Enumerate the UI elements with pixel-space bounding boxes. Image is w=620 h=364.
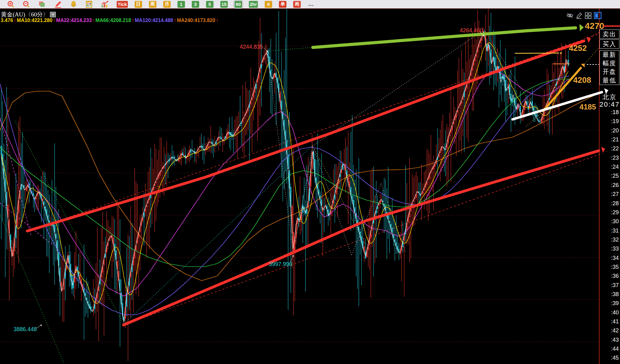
chart-canvas[interactable] xyxy=(0,9,599,364)
panel-toggle-icon[interactable] xyxy=(594,12,602,20)
period-day-button[interactable]: 日 xyxy=(135,1,142,8)
quote-row-2: 开盘 xyxy=(603,68,616,76)
time-axis-label: :40 xyxy=(599,309,619,316)
zoom-out-button[interactable] xyxy=(22,1,31,8)
time-axis-label: :35 xyxy=(599,264,619,270)
time-axis-label: :34 xyxy=(599,255,619,261)
time-axis-label: :33 xyxy=(599,246,619,252)
clock-label: 20:47 xyxy=(600,100,619,109)
stats-chart-button[interactable] xyxy=(100,1,110,8)
time-axis-label: :41 xyxy=(599,318,619,325)
copy-layers-button[interactable] xyxy=(37,1,47,8)
period-1min-button[interactable]: 1 xyxy=(177,1,185,8)
time-axis-label: :42 xyxy=(599,327,619,334)
order-button[interactable]: 单 xyxy=(279,1,286,8)
time-axis-label: :23 xyxy=(599,155,619,161)
bell-icon xyxy=(70,1,77,8)
up-arrow-icon: ↑ xyxy=(14,18,16,23)
timezone-label: 北京 xyxy=(600,93,619,101)
time-axis-label: :43 xyxy=(599,337,619,343)
time-axis-label: :22 xyxy=(599,145,619,152)
time-axis-label: :24 xyxy=(599,164,619,170)
period-3min-button[interactable]: 3 xyxy=(192,1,199,8)
overlap-squares-icon xyxy=(38,1,46,8)
period-2hr-button[interactable]: 2hr xyxy=(249,1,258,8)
time-axis-label: :30 xyxy=(599,218,619,225)
draw-pencil-button[interactable] xyxy=(53,1,63,8)
magnifier-minus-icon xyxy=(23,1,30,8)
paint-button[interactable]: 画 xyxy=(293,1,301,8)
quote-info-box: 最新幅度开盘最低 xyxy=(600,50,619,85)
hide-drawings-icon[interactable] xyxy=(566,12,574,20)
up-arrow-icon: ↑ xyxy=(216,18,218,23)
bar-chart-icon xyxy=(101,1,109,8)
edit-pencil-icon[interactable] xyxy=(576,12,582,20)
quote-table-button[interactable] xyxy=(84,1,94,8)
time-axis-label: :26 xyxy=(599,182,619,189)
ma-value-2: MA66:4208.218 xyxy=(96,18,131,23)
side-panel: 卖出买入最新幅度开盘最低北京20:47:18:19:20:21:22:23:24… xyxy=(599,9,620,364)
time-axis-label: :25 xyxy=(599,173,619,179)
period-tick-button[interactable]: Tick xyxy=(117,1,128,8)
time-axis-label: :21 xyxy=(599,136,619,143)
time-axis-label: :31 xyxy=(599,228,619,234)
buy-button[interactable]: 买入 xyxy=(600,39,619,49)
quote-row-3: 最低 xyxy=(603,76,616,85)
pencil-icon xyxy=(54,1,62,8)
zoom-in-button[interactable] xyxy=(6,1,16,8)
quote-row-0: 最新 xyxy=(603,51,616,59)
time-axis-label: :45 xyxy=(599,355,619,361)
time-axis-label: :27 xyxy=(599,191,619,198)
time-axis-label: :18 xyxy=(599,109,619,116)
grid-layout-icon[interactable] xyxy=(584,12,592,20)
time-axis-label: :38 xyxy=(599,291,619,298)
up-arrow-icon: ↑ xyxy=(174,18,176,23)
chart-tool-icons xyxy=(566,12,602,20)
sell-button[interactable]: 卖出 xyxy=(600,29,619,39)
trading-app: Tick日周月13515602hrX单画… 黄金(AU)〈60分〉 ▼ 3.47… xyxy=(0,0,620,364)
up-arrow-icon: ↑ xyxy=(92,18,95,23)
time-axis-label: :29 xyxy=(599,209,619,216)
ma-value-1: MA22:4214.233 xyxy=(56,18,92,23)
period-week-button[interactable]: 周 xyxy=(149,1,156,8)
time-axis-label: :19 xyxy=(599,118,619,125)
alert-bell-button[interactable] xyxy=(69,1,78,8)
time-axis-label: :44 xyxy=(599,346,619,352)
period-60min-button[interactable]: 60 xyxy=(235,1,242,8)
period-5min-button[interactable]: 5 xyxy=(206,1,213,8)
more-button[interactable]: … xyxy=(308,1,314,7)
ma-value-0: MA10:4221.280 xyxy=(17,18,52,23)
chevron-down-icon[interactable]: ▼ xyxy=(50,12,56,17)
ma-value-4: MA240:4173.820 xyxy=(177,18,215,23)
time-axis-label: :36 xyxy=(599,273,619,279)
ma-indicator-row: 3.476↑MA10:4221.280↑MA22:4214.233↑MA66:4… xyxy=(1,18,219,23)
custom-x-button[interactable]: X xyxy=(265,1,272,8)
magnifier-plus-icon xyxy=(7,1,15,8)
quote-row-1: 幅度 xyxy=(603,59,616,68)
time-axis-label: :39 xyxy=(599,300,619,307)
up-arrow-icon: ↑ xyxy=(132,18,134,23)
time-axis-label: :28 xyxy=(599,200,619,207)
time-axis-label: :37 xyxy=(599,282,619,289)
time-axis-label: :20 xyxy=(599,127,619,134)
table-icon xyxy=(85,1,93,8)
up-arrow-icon: ↑ xyxy=(53,18,56,23)
period-15min-button[interactable]: 15 xyxy=(220,1,228,8)
toolbar: Tick日周月13515602hrX单画… xyxy=(0,0,620,9)
time-axis-label: :32 xyxy=(599,237,619,243)
period-month-button[interactable]: 月 xyxy=(163,1,171,8)
ma-value-3: MA120:4214.488 xyxy=(135,18,173,23)
last-price-fragment: 3.476 xyxy=(1,18,13,23)
